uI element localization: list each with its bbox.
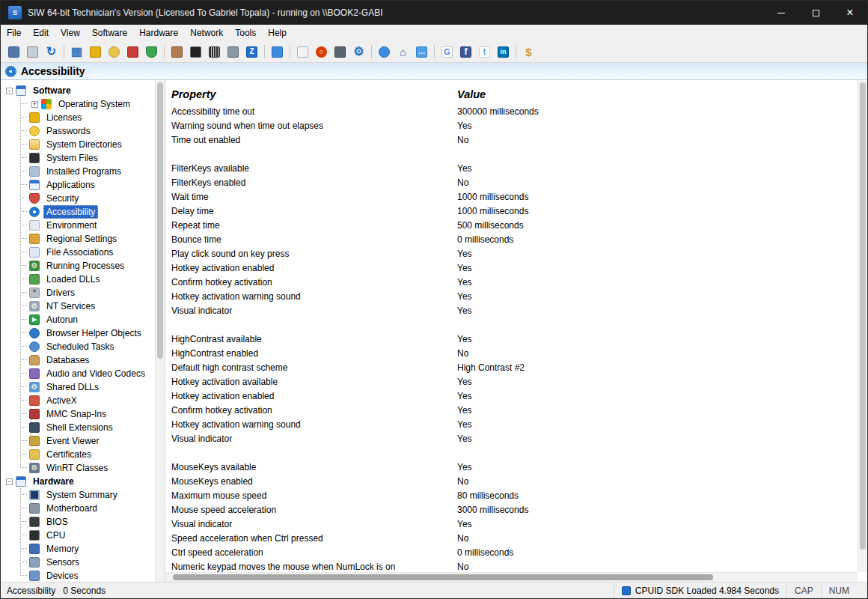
toolbar-settings-gear-button[interactable]: ⚙: [350, 43, 367, 61]
table-row[interactable]: Ctrl speed acceleration0 milliseconds: [171, 545, 855, 559]
menu-network[interactable]: Network: [184, 25, 229, 41]
table-row-blank[interactable]: [171, 147, 855, 161]
main-vertical-scrollbar[interactable]: [858, 80, 867, 572]
table-row[interactable]: MouseKeys enabledNo: [171, 474, 855, 488]
expander-icon[interactable]: +: [31, 101, 38, 108]
tree-item-system-summary[interactable]: System Summary: [2, 488, 154, 502]
table-row[interactable]: Mouse speed acceleration3000 millisecond…: [171, 502, 855, 517]
toolbar-media-button[interactable]: [206, 43, 223, 61]
tree-item-activex[interactable]: ActiveX: [2, 394, 154, 407]
toolbar-report-grid-button[interactable]: ▦: [68, 43, 85, 61]
table-row[interactable]: Delay time1000 milliseconds: [171, 204, 855, 218]
minimize-button[interactable]: [764, 1, 798, 25]
tree-item-memory[interactable]: Memory: [2, 542, 154, 556]
tree-item-browser-helper-objects[interactable]: Browser Helper Objects: [2, 326, 154, 340]
table-row[interactable]: Hotkey activation warning soundYes: [171, 417, 855, 431]
toolbar-web-button[interactable]: [376, 43, 393, 61]
tree-item-cpu[interactable]: CPU: [2, 529, 154, 542]
scroll-thumb[interactable]: [173, 574, 713, 580]
tree-item-sensors[interactable]: Sensors: [2, 556, 154, 569]
maximize-button[interactable]: [798, 1, 833, 25]
tree-item-licenses[interactable]: Licenses: [2, 111, 154, 124]
tree-item-shell-extensions[interactable]: Shell Extensions: [2, 421, 154, 434]
tree-item-passwords[interactable]: Passwords: [2, 124, 154, 138]
tree-item-loaded-dlls[interactable]: Loaded DLLs: [2, 273, 154, 286]
toolbar-shield-button[interactable]: [143, 43, 160, 61]
tree-item-accessibility[interactable]: Accessibility: [2, 205, 154, 219]
toolbar-twitter-button[interactable]: t: [476, 43, 493, 61]
toolbar-refresh-button[interactable]: ↻: [43, 43, 60, 61]
tree-item-winrt-classes[interactable]: ⚙WinRT Classes: [2, 461, 154, 475]
table-row[interactable]: Visual indicatorYes: [171, 303, 855, 317]
tree-item-applications[interactable]: Applications: [2, 178, 154, 192]
table-row[interactable]: Speed acceleration when Ctrl pressedNo: [171, 531, 855, 545]
table-row[interactable]: FilterKeys availableYes: [171, 161, 855, 175]
tree-item-regional-settings[interactable]: Regional Settings: [2, 232, 154, 246]
toolbar-file-report-button[interactable]: [294, 43, 311, 61]
scroll-thumb[interactable]: [157, 82, 163, 359]
table-row[interactable]: MouseKeys availableYes: [171, 460, 855, 474]
table-row-blank[interactable]: [171, 317, 855, 332]
tree-scrollbar[interactable]: [155, 80, 165, 582]
menu-file[interactable]: File: [1, 25, 27, 41]
tree-item-software[interactable]: -Software: [4, 84, 154, 97]
table-row[interactable]: Hotkey activation warning soundYes: [171, 289, 855, 303]
toolbar-key-button[interactable]: [106, 43, 123, 61]
toolbar-donate-button[interactable]: $: [520, 43, 537, 61]
tree-item-bios[interactable]: BIOS: [2, 515, 154, 529]
tree-item-nt-services[interactable]: ⚙NT Services: [2, 300, 154, 313]
table-row[interactable]: Maximum mouse speed80 milliseconds: [171, 488, 855, 502]
tree-item-scheduled-tasks[interactable]: Scheduled Tasks: [2, 340, 154, 353]
scroll-thumb[interactable]: [860, 82, 866, 550]
tree-item-motherboard[interactable]: Motherboard: [2, 502, 154, 515]
close-button[interactable]: ×: [833, 1, 867, 25]
table-row[interactable]: Default high contrast schemeHigh Contras…: [171, 360, 855, 374]
table-row[interactable]: Confirm hotkey activationYes: [171, 275, 855, 289]
table-row-blank[interactable]: [171, 446, 855, 460]
toolbar-network-share-button[interactable]: [269, 43, 286, 61]
toolbar-stop-button[interactable]: ○: [313, 43, 330, 61]
table-row[interactable]: Hotkey activation enabledYes: [171, 389, 855, 403]
table-row[interactable]: Bounce time0 milliseconds: [171, 232, 855, 246]
table-row[interactable]: Hotkey activation enabledYes: [171, 261, 855, 275]
tree-item-environment[interactable]: Environment: [2, 219, 154, 232]
table-row[interactable]: Visual indicatorYes: [171, 431, 855, 446]
toolbar-linkedin-button[interactable]: in: [495, 43, 512, 61]
tree-item-audio-and-video-codecs[interactable]: Audio and Video Codecs: [2, 367, 154, 380]
toolbar-password-button[interactable]: [124, 43, 141, 61]
menu-hardware[interactable]: Hardware: [133, 25, 184, 41]
table-row[interactable]: Wait time1000 milliseconds: [171, 189, 855, 204]
menu-help[interactable]: Help: [262, 25, 293, 41]
table-row[interactable]: Repeat time500 milliseconds: [171, 218, 855, 232]
tree-item-drivers[interactable]: *Drivers: [2, 286, 154, 300]
toolbar-save-button[interactable]: [5, 43, 22, 61]
main-horizontal-scrollbar[interactable]: [165, 572, 858, 582]
tree-item-certificates[interactable]: Certificates: [2, 448, 154, 461]
tree-item-system-files[interactable]: System Files: [2, 151, 154, 165]
expander-icon[interactable]: -: [6, 478, 13, 485]
toolbar-monitor-button[interactable]: [187, 43, 204, 61]
tree-item-autorun[interactable]: ▶Autorun: [2, 313, 154, 326]
menu-tools[interactable]: Tools: [229, 25, 262, 41]
table-row[interactable]: Confirm hotkey activationYes: [171, 403, 855, 417]
table-row[interactable]: Play click sound on key pressYes: [171, 246, 855, 261]
table-row[interactable]: Time out enabledNo: [171, 133, 855, 147]
toolbar-feedback-button[interactable]: …: [413, 43, 430, 61]
tree-item-devices[interactable]: Devices: [2, 569, 154, 582]
toolbar-remote-desktop-button[interactable]: [331, 43, 349, 61]
tree-item-mmc-snap-ins[interactable]: MMC Snap-Ins: [2, 407, 154, 421]
tree-item-running-processes[interactable]: ⚙Running Processes: [2, 259, 154, 273]
toolbar-facebook-button[interactable]: f: [457, 43, 474, 61]
tree-item-file-associations[interactable]: File Associations: [2, 246, 154, 259]
toolbar-scheduler-button[interactable]: Z: [243, 43, 260, 61]
tree-item-installed-programs[interactable]: Installed Programs: [2, 165, 154, 178]
tree-item-operating-system[interactable]: +Operating System: [2, 97, 154, 111]
toolbar-google-button[interactable]: G: [438, 43, 456, 61]
tree-item-hardware[interactable]: -Hardware: [4, 475, 154, 488]
table-row[interactable]: Visual indicatorYes: [171, 517, 855, 531]
table-row[interactable]: HighContrast availableYes: [171, 332, 855, 346]
tree-item-shared-dlls[interactable]: ⚙Shared DLLs: [2, 380, 154, 394]
tree-item-security[interactable]: Security: [2, 192, 154, 205]
toolbar-battery-button[interactable]: [224, 43, 242, 61]
menu-view[interactable]: View: [55, 25, 86, 41]
